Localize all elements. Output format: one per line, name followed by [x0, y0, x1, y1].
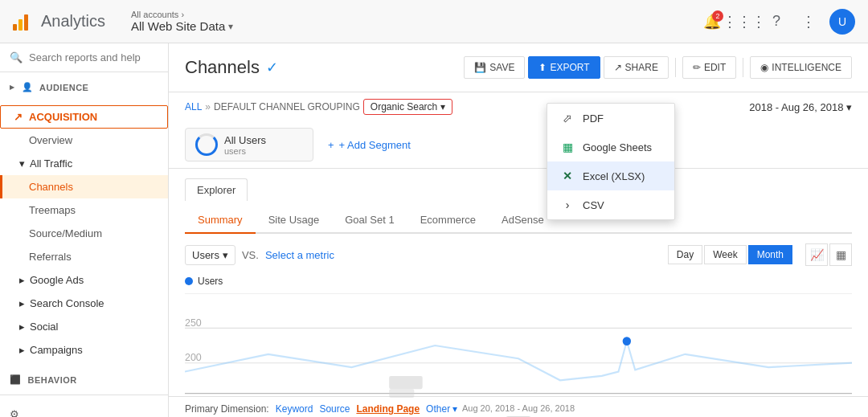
account-name: All Web Site Data ▾: [131, 19, 233, 33]
date-range[interactable]: 2018 - Aug 26, 2018 ▾: [749, 101, 852, 113]
legend-dot: [185, 277, 193, 285]
time-btn-month[interactable]: Month: [748, 245, 792, 264]
intelligence-icon: ◉: [760, 62, 768, 73]
metric-selector[interactable]: Users ▾: [185, 245, 235, 265]
bar-chart-button[interactable]: ▦: [829, 243, 852, 266]
vs-label: VS.: [242, 249, 259, 261]
save-button[interactable]: 💾 SAVE: [464, 56, 525, 79]
export-pdf-item[interactable]: ⬀ PDF: [547, 104, 674, 133]
account-selector[interactable]: All accounts › All Web Site Data ▾: [131, 10, 233, 33]
chart-svg: 250 200: [185, 293, 852, 398]
svg-text:200: 200: [185, 351, 202, 363]
content-area: Channels ✓ 💾 SAVE ⬆ EXPORT ↗ SHARE: [169, 43, 868, 417]
intelligence-button[interactable]: ◉ INTELLIGENCE: [750, 56, 852, 79]
chevron-down-icon: ▾: [19, 157, 25, 170]
chevron-right-icon: ▸: [10, 82, 15, 92]
edit-icon: ✏: [693, 62, 701, 73]
chart-legend: Users: [185, 276, 852, 287]
sub-tabs: Summary Site Usage Goal Set 1 Ecommerce …: [185, 201, 852, 234]
behavior-icon: ⬛: [10, 374, 22, 385]
sidebar-item-social[interactable]: ▸ Social: [0, 315, 168, 338]
logo-bars: [13, 13, 28, 31]
breadcrumb-all[interactable]: ALL: [185, 101, 202, 112]
segment-circle: [195, 133, 218, 156]
account-label: All accounts ›: [131, 10, 233, 19]
more-options-button[interactable]: ⋮: [794, 7, 823, 36]
dropdown-arrow-icon: ▾: [440, 101, 445, 112]
select-metric-link[interactable]: Select a metric: [265, 249, 334, 261]
share-button[interactable]: ↗ SHARE: [604, 56, 669, 79]
tab-summary[interactable]: Summary: [185, 207, 256, 234]
chart-area: Users 250 200 Aug 20, 2018 - Aug 26, 201: [169, 276, 868, 396]
toolbar-divider-2: [743, 58, 743, 77]
chevron-right-icon-social: ▸: [19, 321, 25, 333]
header-icons: 🔔 2 ⋮⋮⋮ ? ⋮ U: [698, 7, 855, 36]
metric-dropdown-icon: ▾: [223, 249, 228, 261]
app-title: Analytics: [41, 12, 105, 31]
sidebar-item-source-medium[interactable]: Source/Medium: [0, 222, 168, 245]
export-button[interactable]: ⬆ EXPORT: [528, 56, 600, 79]
sidebar-item-google-ads[interactable]: ▸ Google Ads: [0, 268, 168, 292]
logo-bar-3: [24, 14, 28, 31]
segments-bar: All Users users + + Add Segment: [169, 121, 868, 169]
chart-type-buttons: 📈 ▦: [805, 243, 852, 266]
audience-icon: 👤: [22, 82, 34, 92]
plus-icon: +: [328, 139, 334, 151]
sidebar-item-overview[interactable]: Overview: [0, 129, 168, 152]
add-segment-button[interactable]: + + Add Segment: [323, 134, 416, 156]
svg-rect-8: [389, 389, 414, 398]
svg-point-6: [623, 337, 631, 345]
help-icon: ?: [772, 13, 780, 30]
account-dropdown-icon: ▾: [228, 21, 233, 32]
excel-icon: ✕: [560, 170, 575, 182]
apps-button[interactable]: ⋮⋮⋮: [730, 7, 759, 36]
main-layout: 🔍 ▸ 👤 AUDIENCE ↗ ACQUISITION Overview ▾ …: [0, 43, 868, 417]
line-chart-button[interactable]: 📈: [805, 243, 828, 266]
time-buttons: Day Week Month: [668, 245, 792, 264]
sidebar-section-behavior: ⬛ BEHAVIOR: [0, 365, 168, 395]
sidebar-section-acquisition: ↗ ACQUISITION Overview ▾ All Traffic Cha…: [0, 102, 168, 365]
top-header: Analytics All accounts › All Web Site Da…: [0, 0, 868, 43]
breadcrumb-grouping: DEFAULT CHANNEL GROUPING: [214, 101, 360, 112]
export-icon: ⬆: [538, 62, 547, 73]
export-google-sheets-item[interactable]: ▦ Google Sheets: [547, 133, 674, 161]
sidebar-item-search-console[interactable]: ▸ Search Console: [0, 292, 168, 315]
export-csv-item[interactable]: › CSV: [547, 190, 674, 219]
sidebar-item-referrals[interactable]: Referrals: [0, 245, 168, 268]
export-dropdown: ⬀ PDF ▦ Google Sheets ✕ Excel (XLSX) › C…: [547, 103, 675, 220]
sidebar-item-channels[interactable]: Channels: [0, 175, 168, 198]
logo-bar-1: [13, 24, 17, 31]
sidebar-item-behavior[interactable]: ⬛ BEHAVIOR: [0, 368, 168, 391]
search-box[interactable]: 🔍: [0, 43, 168, 72]
sidebar-item-admin[interactable]: ⚙: [0, 402, 168, 417]
sidebar-item-all-traffic[interactable]: ▾ All Traffic: [0, 152, 168, 175]
svg-rect-7: [389, 376, 423, 389]
edit-button[interactable]: ✏ EDIT: [682, 56, 736, 79]
sidebar-item-audience[interactable]: ▸ 👤 AUDIENCE: [0, 76, 168, 99]
tab-site-usage[interactable]: Site Usage: [256, 207, 333, 234]
sidebar-item-treemaps[interactable]: Treemaps: [0, 198, 168, 222]
acquisition-icon: ↗: [14, 111, 23, 123]
tab-ecommerce[interactable]: Ecommerce: [407, 207, 489, 234]
user-avatar[interactable]: U: [829, 9, 855, 35]
chevron-right-icon-ads: ▸: [19, 274, 25, 286]
sidebar-item-acquisition[interactable]: ↗ ACQUISITION: [0, 105, 168, 129]
apps-grid-icon: ⋮⋮⋮: [723, 13, 766, 31]
save-icon: 💾: [474, 62, 486, 73]
content-header: Channels ✓ 💾 SAVE ⬆ EXPORT ↗ SHARE: [169, 43, 868, 92]
csv-icon: ›: [560, 198, 575, 211]
chart-date-label: Aug 20, 2018 - Aug 26, 2018: [185, 400, 852, 416]
time-btn-week[interactable]: Week: [704, 245, 746, 264]
search-input[interactable]: [29, 51, 164, 63]
sidebar-item-campaigns[interactable]: ▸ Campaigns: [0, 338, 168, 362]
time-btn-day[interactable]: Day: [668, 245, 702, 264]
help-button[interactable]: ?: [762, 7, 791, 36]
search-icon: 🔍: [10, 51, 23, 63]
explorer-button[interactable]: Explorer: [185, 178, 248, 201]
logo-bar-2: [18, 19, 23, 31]
logo[interactable]: [13, 13, 28, 31]
breadcrumb-sep-1: »: [205, 101, 211, 112]
tab-goal-set-1[interactable]: Goal Set 1: [332, 207, 407, 234]
export-excel-item[interactable]: ✕ Excel (XLSX): [547, 161, 674, 190]
breadcrumb-current[interactable]: Organic Search ▾: [363, 99, 452, 115]
